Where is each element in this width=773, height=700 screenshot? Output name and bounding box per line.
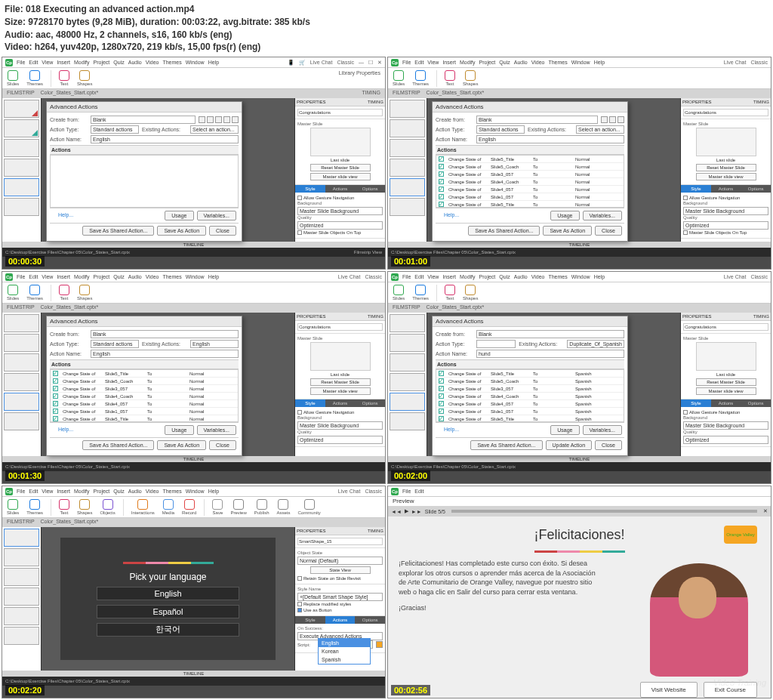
frame-2: CpFileEditViewInsertModifyProjectQuizAud… (387, 57, 771, 270)
properties-panel: PROPERTIESTIMING Congratulations Master … (294, 98, 385, 242)
frame-6: CpFileEdit Preview ◄◄ ▶ ►► Slide 5/5 ✕ O… (387, 486, 771, 698)
slide-thumb[interactable] (4, 178, 39, 196)
toolbar: Slides Themes Text Shapes LibraryPropert… (2, 68, 385, 89)
close-button[interactable]: Close (209, 226, 236, 236)
frame-5: CpFileEditViewInsertModifyProjectQuizAud… (2, 486, 386, 698)
action-name-input[interactable]: English (91, 135, 239, 143)
slide-thumb[interactable] (4, 159, 39, 177)
preview-slide: Orange Valley ¡Felicitaciones! ¡Felicita… (388, 517, 771, 698)
filmstrip-tab: FILMSTRIP (7, 90, 35, 97)
dialog-icon[interactable] (199, 116, 205, 123)
text-tool[interactable]: Text (59, 70, 69, 86)
themes-tool[interactable]: Themes (26, 70, 43, 86)
slide-thumb[interactable] (4, 100, 39, 118)
master-view-button[interactable]: Master slide view (310, 173, 371, 180)
thumbnail-grid: Cp FileEditViewInsertModifyProjectQuizAu… (0, 57, 773, 700)
help-link[interactable]: Help... (52, 211, 79, 220)
stage: Advanced Actions Create from:Blank Actio… (42, 98, 294, 242)
slide-thumb[interactable] (4, 198, 39, 216)
filmstrip (2, 98, 42, 242)
reset-master-button[interactable]: Reset Master Slide (310, 164, 371, 171)
script-dropdown[interactable]: English Korean Spanish (318, 638, 371, 665)
frame-3: CpFileEditViewInsertModifyProjectQuizAud… (2, 271, 386, 484)
preview-window-title: Preview (393, 498, 414, 505)
usage-button[interactable]: Usage (165, 211, 193, 220)
save-shared-button[interactable]: Save As Shared Action... (82, 226, 154, 236)
folder-icon[interactable] (376, 641, 383, 648)
advanced-actions-dialog: Advanced Actions Create from:Blank Actio… (432, 101, 628, 242)
orange-valley-badge: Orange Valley (724, 526, 757, 544)
english-button[interactable]: English (97, 587, 239, 600)
master-slide-preview (310, 128, 371, 156)
app-logo-icon: Cp (5, 59, 13, 66)
slides-tool[interactable]: Slides (7, 70, 19, 86)
advanced-actions-dialog: Advanced Actions Create from:Blank Actio… (46, 101, 242, 242)
action-type-select[interactable]: Standard actions (91, 125, 139, 134)
file-metadata: File: 018 Executing an advanced action.m… (0, 0, 773, 57)
language-slide: Pick your language English Español 한국어 (60, 538, 276, 660)
actions-table (50, 155, 239, 208)
espanol-button[interactable]: Español (97, 605, 239, 618)
existing-actions-select[interactable]: Select an action... (190, 125, 239, 134)
save-action-button[interactable]: Save As Action (157, 226, 206, 236)
next-icon[interactable]: ►► (411, 509, 422, 514)
shapes-tool[interactable]: Shapes (77, 70, 92, 86)
frame-1: Cp FileEditViewInsertModifyProjectQuizAu… (2, 57, 386, 270)
timestamp: 00:00:30 (5, 256, 45, 267)
slide-thumb[interactable] (4, 119, 39, 137)
korean-button[interactable]: 한국어 (97, 623, 239, 637)
visit-website-button[interactable]: Visit Website (640, 682, 698, 698)
play-icon[interactable]: ▶ (405, 508, 408, 514)
create-from-select[interactable]: Blank (91, 116, 196, 124)
slide-thumb[interactable] (4, 139, 39, 157)
menubar: Cp FileEditViewInsertModifyProjectQuizAu… (2, 57, 385, 68)
frame-4: CpFileEditViewInsertModifyProjectQuizAud… (387, 271, 771, 484)
close-icon[interactable]: ✕ (763, 508, 768, 514)
file-tab[interactable]: Color_States_Start.cptx* (41, 90, 99, 97)
preview-controls: ◄◄ ▶ ►► Slide 5/5 ✕ (388, 506, 771, 517)
prev-icon[interactable]: ◄◄ (391, 509, 402, 514)
variables-button[interactable]: Variables... (197, 211, 237, 220)
person-photo (650, 563, 748, 677)
